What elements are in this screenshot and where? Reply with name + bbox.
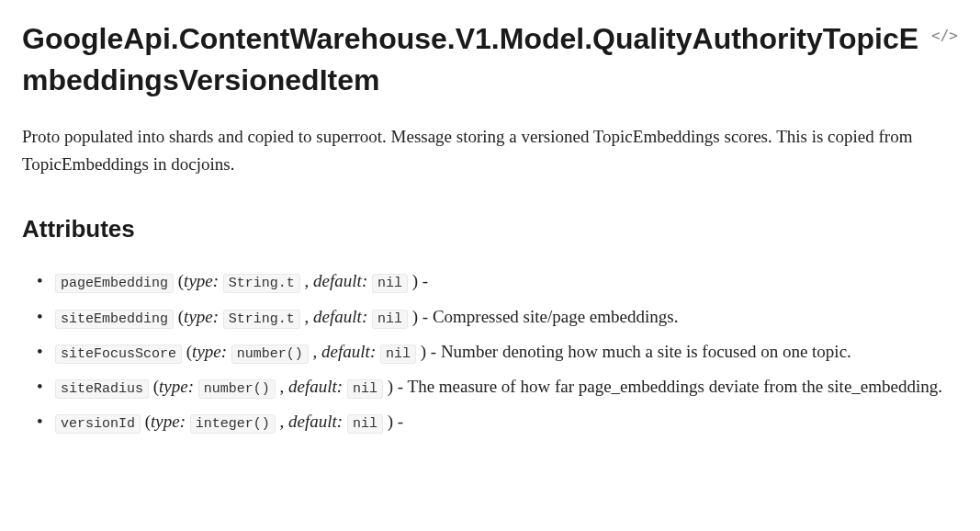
- attr-name: versionId: [55, 414, 141, 434]
- attr-name: siteEmbedding: [55, 310, 174, 329]
- default-label: default:: [288, 412, 343, 431]
- attributes-heading: Attributes: [22, 211, 958, 247]
- page-title: GoogleApi.ContentWarehouse.V1.Model.Qual…: [22, 18, 958, 101]
- type-label: type:: [184, 271, 219, 290]
- list-item: pageEmbedding (type: String.t , default:…: [55, 266, 958, 297]
- attr-name: siteFocusScore: [55, 345, 182, 364]
- title-text: GoogleApi.ContentWarehouse.V1.Model.Qual…: [22, 22, 918, 96]
- list-item: siteFocusScore (type: number() , default…: [55, 336, 958, 367]
- type-label: type:: [184, 307, 219, 326]
- attr-type: String.t: [223, 274, 300, 293]
- attr-name: siteRadius: [55, 379, 149, 399]
- list-item: versionId (type: integer() , default: ni…: [55, 406, 958, 437]
- attr-default: nil: [347, 379, 383, 399]
- attributes-list: pageEmbedding (type: String.t , default:…: [22, 266, 958, 437]
- attr-name: pageEmbedding: [55, 274, 174, 293]
- type-label: type:: [159, 377, 194, 396]
- attr-type: String.t: [223, 310, 300, 329]
- default-label: default:: [313, 271, 367, 290]
- default-label: default:: [321, 342, 376, 361]
- attr-default: nil: [372, 310, 408, 329]
- attr-default: nil: [380, 345, 416, 364]
- default-label: default:: [288, 377, 343, 396]
- description-text: Proto populated into shards and copied t…: [22, 123, 958, 179]
- source-link-icon[interactable]: </>: [931, 26, 958, 46]
- type-label: type:: [192, 342, 227, 361]
- attr-default: nil: [372, 274, 408, 293]
- default-label: default:: [313, 307, 367, 326]
- attr-type: number(): [231, 345, 309, 364]
- type-label: type:: [151, 412, 186, 431]
- attr-type: integer(): [190, 414, 276, 434]
- attr-desc: Compressed site/page embeddings.: [433, 307, 679, 326]
- attr-desc: Number denoting how much a site is focus…: [441, 342, 851, 361]
- attr-desc: The measure of how far page_embeddings d…: [408, 377, 942, 396]
- attr-type: number(): [198, 379, 276, 399]
- list-item: siteRadius (type: number() , default: ni…: [55, 371, 958, 402]
- list-item: siteEmbedding (type: String.t , default:…: [55, 301, 958, 333]
- attr-default: nil: [347, 414, 383, 434]
